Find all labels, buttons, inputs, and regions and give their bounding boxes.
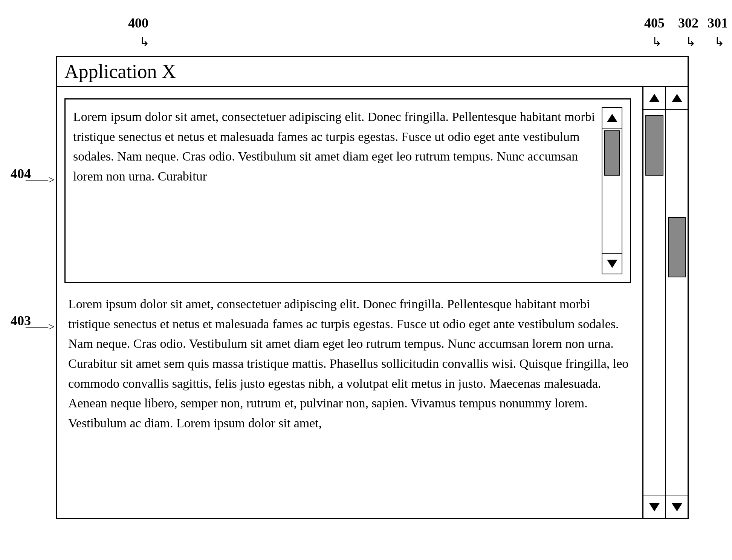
scrollbar-302 [643,87,665,518]
inner-scroll-thumb[interactable] [604,130,620,176]
title-bar: Application X [57,57,688,87]
scrollbar-302-up-icon [649,94,660,102]
arrow-404: ——> [26,173,55,186]
scrollbar-302-thumb[interactable] [645,115,663,176]
arrow-403: ——> [26,320,55,333]
scrollbar-302-up-button[interactable] [643,87,665,110]
scrollbar-301-track [666,110,688,496]
outer-text-area-403: Lorem ipsum dolor sit amet, consectetuer… [64,294,635,433]
label-302: 302 [678,15,698,31]
scrollbar-301-down-button[interactable] [666,496,688,518]
inner-text-box-404: Lorem ipsum dolor sit amet, consectetuer… [64,98,631,283]
inner-scroll-track [602,129,622,253]
diagram-container: 400 405 302 301 ↳ ↳ ↳ ↳ Application X Lo… [0,0,732,560]
app-window: Application X Lorem ipsum dolor sit amet… [56,56,689,519]
app-title: Application X [64,60,176,83]
scrollbar-302-down-icon [649,503,660,511]
scrollbar-301-up-button[interactable] [666,87,688,110]
right-scrollbars [642,87,688,518]
label-301: 301 [708,15,728,31]
inner-paragraph: Lorem ipsum dolor sit amet, consectetuer… [73,107,596,187]
inner-scroll-down-button[interactable] [602,253,622,274]
scrollbar-301-up-icon [672,94,682,102]
text-content-area: Lorem ipsum dolor sit amet, consectetuer… [57,87,642,518]
scrollbar-301 [665,87,688,518]
scrollbar-302-down-button[interactable] [643,496,665,518]
inner-scroll-up-button[interactable] [602,108,622,129]
scrollbar-301-down-icon [672,503,682,511]
content-area: Lorem ipsum dolor sit amet, consectetuer… [57,87,688,518]
arrow-302: ↳ [686,35,696,49]
outer-paragraph: Lorem ipsum dolor sit amet, consectetuer… [68,294,631,433]
scrollbar-301-thumb[interactable] [668,217,686,277]
arrow-405: ↳ [652,35,662,49]
scrollbar-302-track [643,110,665,496]
label-405: 405 [644,15,665,31]
arrow-301: ↳ [714,35,724,49]
label-400: 400 [128,15,148,31]
triangle-up-icon [607,114,617,122]
arrow-400: ↳ [139,35,150,49]
inner-text-body: Lorem ipsum dolor sit amet, consectetuer… [73,107,602,274]
triangle-down-icon [607,260,617,268]
inner-scrollbar-405 [602,107,622,274]
